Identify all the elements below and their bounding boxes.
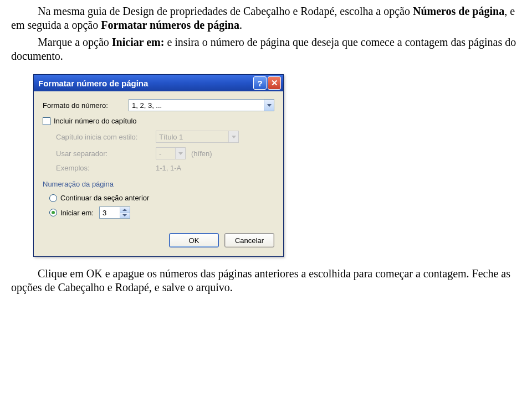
spinner-down-button[interactable] (120, 213, 130, 219)
label-include-chapter: Incluir número do capítulo (54, 117, 137, 125)
combo-value: 1, 2, 3, ... (132, 101, 264, 110)
text-bold: Números de página (413, 5, 504, 17)
paragraph-2: Marque a opção Iniciar em: e insira o nú… (11, 35, 521, 63)
radio-continue-previous[interactable]: Continuar da seção anterior (49, 194, 274, 202)
titlebar[interactable]: Formatar número de página ? ✕ (34, 75, 283, 91)
text-bold: Formatar números de página (101, 19, 239, 31)
row-include-chapter[interactable]: Incluir número do capítulo (43, 117, 274, 125)
dialog-body: Formato do número: 1, 2, 3, ... Incluir … (34, 91, 283, 256)
combo-chapter-style: Título 1 (156, 131, 239, 143)
close-icon: ✕ (271, 78, 278, 88)
chevron-down-icon (175, 148, 185, 159)
radio-label: Continuar da seção anterior (60, 194, 149, 202)
separator-hint: (hífen) (191, 149, 212, 158)
chevron-up-icon (122, 209, 127, 211)
label-chapter-style: Capítulo inicia com estilo: (56, 133, 156, 141)
paragraph-3: Clique em OK e apague os números das pág… (11, 267, 521, 294)
combo-value: Título 1 (159, 133, 228, 141)
dialog-buttons: OK Cancelar (43, 233, 274, 247)
text: Na mesma guia de Design de propriedades … (38, 5, 413, 17)
document-body-continued: Clique em OK e apague os números das pág… (0, 262, 532, 300)
radio-label: Iniciar em: (60, 209, 94, 217)
text-bold: Iniciar em: (112, 36, 165, 48)
spinner-value: 3 (100, 207, 120, 218)
help-button[interactable]: ? (253, 76, 267, 90)
spinner-start-at[interactable]: 3 (99, 206, 130, 219)
paragraph-1: Na mesma guia de Design de propriedades … (11, 4, 521, 32)
label-examples: Exemplos: (56, 164, 156, 172)
label-number-format: Formato do número: (43, 101, 129, 110)
button-label: OK (189, 236, 200, 245)
combo-separator: - (156, 147, 186, 159)
spinner-up-button[interactable] (120, 207, 130, 213)
section-page-numbering: Numeração da página (43, 180, 274, 188)
help-icon: ? (257, 79, 262, 88)
close-button[interactable]: ✕ (268, 76, 281, 90)
checkbox-include-chapter[interactable] (43, 117, 50, 125)
examples-value: 1-1, 1-A (156, 164, 181, 172)
text: Marque a opção (38, 36, 112, 48)
radio-start-at[interactable]: Iniciar em: 3 (49, 206, 274, 219)
dialog-title: Formatar número de página (38, 79, 252, 88)
chapter-options: Capítulo inicia com estilo: Título 1 Usa… (56, 131, 274, 172)
text: . (239, 19, 242, 31)
radio-icon (49, 209, 57, 216)
button-label: Cancelar (235, 236, 264, 245)
chevron-down-icon (264, 100, 274, 111)
spinner-controls (120, 207, 130, 218)
document-body: Na mesma guia de Design de propriedades … (0, 0, 532, 69)
cancel-button[interactable]: Cancelar (224, 233, 274, 247)
chevron-down-icon (228, 131, 238, 142)
dialog-format-page-number: Formatar número de página ? ✕ Formato do… (33, 74, 284, 257)
ok-button[interactable]: OK (169, 233, 219, 247)
combo-value: - (159, 149, 175, 158)
label-separator: Usar separador: (56, 149, 156, 158)
chevron-down-icon (122, 214, 127, 216)
combo-number-format[interactable]: 1, 2, 3, ... (129, 99, 274, 111)
row-number-format: Formato do número: 1, 2, 3, ... (43, 99, 274, 111)
radio-icon (49, 194, 57, 202)
